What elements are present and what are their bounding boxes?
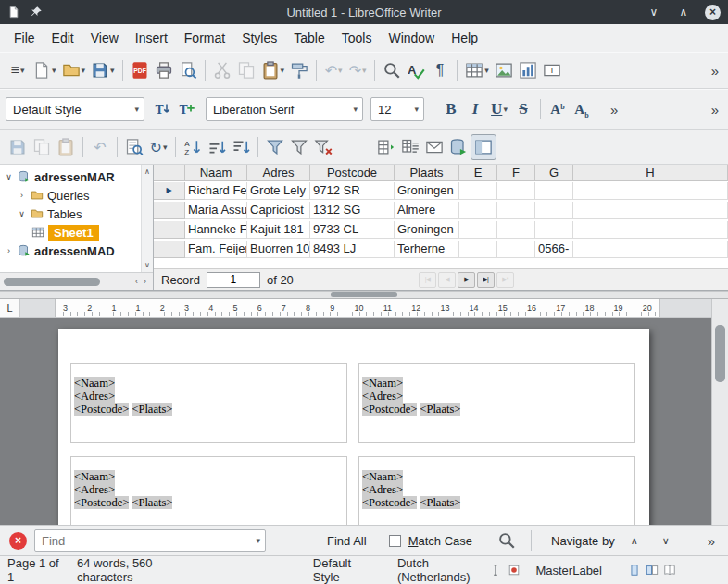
- find-record-button[interactable]: [122, 134, 146, 160]
- paragraph-style-combobox[interactable]: Default Style ▾: [6, 97, 144, 121]
- label-frame[interactable]: <Naam> <Adres> <Postcode> <Plaats>: [358, 363, 635, 443]
- cell-plaats[interactable]: Groningen: [395, 182, 459, 200]
- row-header-current[interactable]: ▶: [154, 182, 185, 200]
- autofilter-button[interactable]: [263, 134, 287, 160]
- toolbar-overflow-button[interactable]: »: [708, 102, 722, 118]
- cell-postcode[interactable]: 1312 SG: [310, 202, 395, 219]
- field-naam[interactable]: <Naam>: [74, 377, 115, 390]
- row-header[interactable]: [154, 241, 185, 258]
- field-adres[interactable]: <Adres>: [362, 483, 403, 496]
- new-document-button[interactable]: ▾: [30, 57, 59, 83]
- find-replace-button[interactable]: [380, 57, 404, 83]
- label-frame[interactable]: <Naam> <Adres> <Postcode> <Plaats>: [70, 363, 347, 443]
- cut-button[interactable]: [210, 57, 234, 83]
- save-record-button[interactable]: [6, 134, 30, 160]
- page-number-status[interactable]: Page 1 of 1: [7, 556, 60, 584]
- scrollbar-thumb[interactable]: [4, 278, 100, 286]
- insert-table-button[interactable]: ▾: [462, 57, 492, 83]
- close-find-bar-button[interactable]: ×: [9, 532, 27, 550]
- menubar-toggle-button[interactable]: ≡▾: [6, 57, 30, 83]
- cell-adres[interactable]: Buorren 10: [247, 241, 310, 258]
- data-to-text-button[interactable]: [374, 134, 398, 160]
- reset-filter-button[interactable]: [311, 134, 335, 160]
- cell-naam[interactable]: Richard Fe: [185, 182, 247, 200]
- column-header-plaats[interactable]: Plaats: [395, 165, 459, 181]
- field-adres[interactable]: <Adres>: [74, 390, 115, 403]
- spelling-button[interactable]: [404, 57, 428, 83]
- chevron-down-icon[interactable]: ▾: [409, 98, 423, 120]
- cell-e[interactable]: [459, 202, 497, 219]
- menu-help[interactable]: Help: [443, 26, 486, 50]
- field-postcode[interactable]: <Postcode>: [362, 496, 417, 509]
- tree-item-sheet1[interactable]: Sheet1: [0, 223, 153, 242]
- cell-plaats[interactable]: Terherne: [395, 241, 459, 258]
- menu-styles[interactable]: Styles: [233, 26, 285, 50]
- splitter-grip[interactable]: [331, 292, 397, 297]
- find-button[interactable]: [495, 528, 519, 553]
- scroll-right-icon[interactable]: ›: [141, 277, 149, 286]
- subscript-button[interactable]: Ab: [570, 96, 594, 122]
- insert-image-button[interactable]: [492, 57, 516, 83]
- insert-textbox-button[interactable]: [540, 57, 564, 83]
- data-source-button[interactable]: [446, 134, 471, 160]
- toolbar-overflow-button[interactable]: »: [704, 533, 719, 549]
- sort-button[interactable]: [181, 134, 205, 160]
- row-header[interactable]: [154, 202, 185, 219]
- menu-file[interactable]: File: [6, 26, 44, 50]
- column-header-g[interactable]: G: [535, 165, 573, 181]
- column-header-h[interactable]: H: [573, 165, 728, 181]
- expand-arrow-icon[interactable]: ›: [4, 246, 14, 255]
- cell-f[interactable]: [497, 202, 535, 219]
- tree-item-queries[interactable]: › Queries: [0, 186, 153, 205]
- previous-record-button[interactable]: ◀: [438, 272, 456, 288]
- minimize-button[interactable]: ∨: [646, 4, 662, 20]
- print-preview-button[interactable]: [176, 57, 200, 83]
- single-page-view-button[interactable]: [628, 564, 641, 577]
- open-button[interactable]: ▾: [59, 57, 89, 83]
- first-record-button[interactable]: |◀: [419, 272, 436, 288]
- chevron-down-icon[interactable]: ▾: [348, 98, 362, 120]
- expand-arrow-icon[interactable]: ›: [17, 191, 27, 200]
- paste-button[interactable]: ▾: [258, 57, 288, 83]
- selection-mode-icon[interactable]: [489, 564, 502, 577]
- column-header-naam[interactable]: Naam: [185, 165, 247, 181]
- next-record-button[interactable]: ▶: [458, 272, 475, 288]
- explorer-toggle-button[interactable]: [471, 134, 496, 160]
- cell-naam[interactable]: Hanneke F: [185, 221, 247, 239]
- cell-f[interactable]: [497, 241, 535, 258]
- undo-data-entry-button[interactable]: ↶: [88, 134, 112, 160]
- scroll-left-icon[interactable]: ‹: [132, 277, 141, 286]
- cell-g[interactable]: [535, 182, 573, 200]
- menu-window[interactable]: Window: [380, 26, 443, 50]
- match-case-label[interactable]: Match Case: [408, 534, 472, 548]
- field-plaats[interactable]: <Plaats>: [132, 496, 172, 509]
- record-number-input[interactable]: [207, 272, 260, 288]
- table-row[interactable]: Hanneke F Kajuit 181 9733 CL Groningen: [154, 221, 728, 241]
- ruler-scale[interactable]: 3 2 1 1 2 3 4 5 6 7 8 9 10 11 12 13 14: [56, 299, 659, 317]
- bold-button[interactable]: B: [439, 96, 463, 122]
- page-style-status[interactable]: Default Style: [313, 556, 371, 584]
- label-frame[interactable]: <Naam> <Adres> <Postcode> <Plaats>: [358, 456, 635, 525]
- tab-stop-selector[interactable]: L: [0, 299, 20, 317]
- menu-edit[interactable]: Edit: [44, 26, 82, 50]
- cell-g[interactable]: [535, 221, 573, 239]
- document-canvas[interactable]: <Naam> <Adres> <Postcode> <Plaats> <Naam…: [0, 318, 711, 525]
- cell-e[interactable]: [459, 182, 497, 200]
- cell-plaats[interactable]: Groningen: [395, 221, 459, 239]
- toolbar-overflow-button[interactable]: »: [708, 63, 722, 79]
- font-size-combobox[interactable]: 12 ▾: [370, 97, 424, 121]
- cell-plaats[interactable]: Almere: [395, 202, 459, 219]
- cell-naam[interactable]: Maria Assu: [185, 202, 247, 219]
- column-header-postcode[interactable]: Postcode: [310, 165, 395, 181]
- field-postcode[interactable]: <Postcode>: [362, 403, 417, 416]
- word-count-status[interactable]: 64 words, 560 characters: [77, 556, 193, 584]
- column-header-adres[interactable]: Adres: [247, 165, 310, 181]
- cell-h[interactable]: [573, 221, 728, 239]
- cell-adres[interactable]: Grote Lely: [247, 182, 310, 200]
- save-button[interactable]: ▾: [88, 57, 118, 83]
- export-pdf-button[interactable]: [128, 57, 152, 83]
- tree-item-tables[interactable]: ∨ Tables: [0, 205, 153, 223]
- find-input[interactable]: [42, 534, 251, 548]
- clone-formatting-button[interactable]: [287, 57, 311, 83]
- insert-chart-button[interactable]: [516, 57, 540, 83]
